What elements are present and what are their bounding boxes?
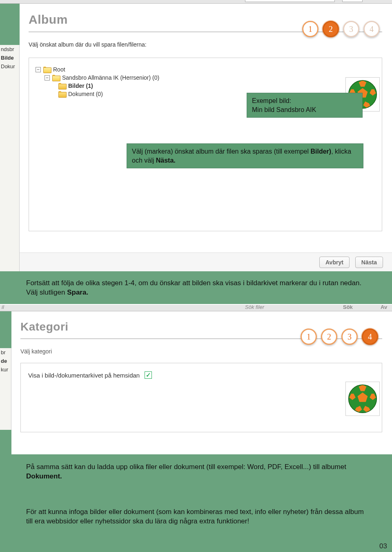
step-4[interactable]: 4 (362, 329, 378, 345)
page-number: 03 (379, 542, 387, 550)
bg-left-item: Dokur (0, 62, 19, 71)
green3-text: För att kunna infoga bilder eller dokume… (26, 508, 364, 525)
next-button[interactable]: Nästa (355, 257, 383, 268)
step-3[interactable]: 3 (341, 329, 358, 345)
step-2[interactable]: 2 (323, 21, 339, 37)
bg-mid-search: Sök filer (245, 304, 264, 310)
collapse-icon[interactable]: − (45, 75, 50, 80)
green-instruction-3: För att kunna infoga bilder eller dokume… (0, 500, 392, 535)
collapse-icon[interactable]: − (36, 67, 41, 72)
archive-visibility-row: Visa i bild-/dokumentarkivet på hemsidan… (28, 371, 374, 379)
example-callout: Exempel bild: Min bild Sandsbro AIK (247, 93, 363, 118)
tree-child[interactable]: − Sandsbro Allmänna IK (Herrsenior) (0) (45, 74, 375, 82)
background-search-row-mid: il Sök filer Sök Av (0, 304, 392, 311)
green-instruction-2: På samma sätt kan du ladda upp olika fil… (0, 455, 392, 490)
tree-label: Bilder (1) (68, 83, 93, 89)
bg-left-item: kur (0, 365, 11, 374)
bg-mid-right: Av (381, 304, 387, 310)
tree-bilder[interactable]: Bilder (1) (58, 82, 375, 90)
bg-left-item: de (0, 357, 11, 365)
ball-icon (347, 383, 379, 415)
green-instruction-1: Fortsätt att följa de olika stegen 1-4, … (0, 271, 392, 306)
step-2[interactable]: 2 (321, 329, 337, 345)
bg-mid-left: il (2, 304, 4, 310)
wizard-steps-kategori: 1 2 3 4 (301, 329, 378, 345)
kategori-panel: Kategori 1 2 3 4 Välj kategori Visa i bi… (11, 311, 392, 454)
cancel-button[interactable]: Avbryt (319, 257, 350, 268)
album-subtitle: Välj önskat album där du vill spara file… (29, 41, 382, 48)
bg-left-item: ndsbr (0, 45, 19, 54)
instr-bold: Bilder) (311, 148, 332, 155)
folder-icon (58, 91, 66, 97)
bg-search-button: Sök (342, 0, 363, 2)
step-1[interactable]: 1 (302, 21, 318, 37)
tree-root[interactable]: − Root (36, 65, 375, 74)
instr-bold: Nästa. (156, 157, 176, 164)
green2-text: På samma sätt kan du ladda upp olika fil… (26, 463, 346, 471)
step-3: 3 (343, 21, 359, 37)
bg-left-item: br (0, 348, 11, 357)
album-footer: Avbryt Nästa (20, 253, 392, 271)
kategori-content: Visa i bild-/dokumentarkivet på hemsidan… (20, 363, 382, 432)
tree-label: Sandsbro Allmänna IK (Herrsenior) (0) (62, 74, 159, 81)
image-preview (345, 382, 380, 416)
instr-text: Välj (markera) önskat album där filen sk… (132, 148, 311, 155)
bg-left-bottom: br de kur (0, 348, 11, 430)
instruction-callout: Välj (markera) önskat album där filen sk… (127, 143, 363, 168)
background-search-row-top: p fil Sök filer Sök (0, 0, 392, 4)
bg-search-input: Sök filer (245, 0, 335, 2)
checkbox-label: Visa i bild-/dokumentarkivet på hemsidan (28, 372, 140, 379)
folder-icon (52, 75, 60, 80)
folder-icon (58, 83, 66, 89)
kategori-subtitle: Välj kategori (20, 348, 382, 355)
green1-bold: Spara. (67, 288, 88, 296)
step-4: 4 (363, 21, 380, 37)
wizard-steps: 1 2 3 4 (302, 21, 380, 37)
example-line1: Exempel bild: (252, 97, 291, 104)
green2-bold: Dokument. (26, 472, 62, 480)
folder-icon (43, 67, 51, 72)
step-1[interactable]: 1 (301, 329, 317, 345)
tree-label: Root (53, 66, 65, 73)
album-panel: Album 1 2 3 4 Välj önskat album där du v… (20, 4, 392, 271)
bg-left-item: Bilde (0, 54, 19, 62)
example-line2: Min bild Sandsbro AIK (252, 106, 316, 113)
bg-left-top: ndsbr Bilde Dokur (0, 45, 20, 290)
archive-checkbox[interactable]: ✓ (145, 371, 152, 379)
bg-mid-sok: Sök (343, 304, 353, 310)
tree-label: Dokument (0) (68, 91, 103, 97)
